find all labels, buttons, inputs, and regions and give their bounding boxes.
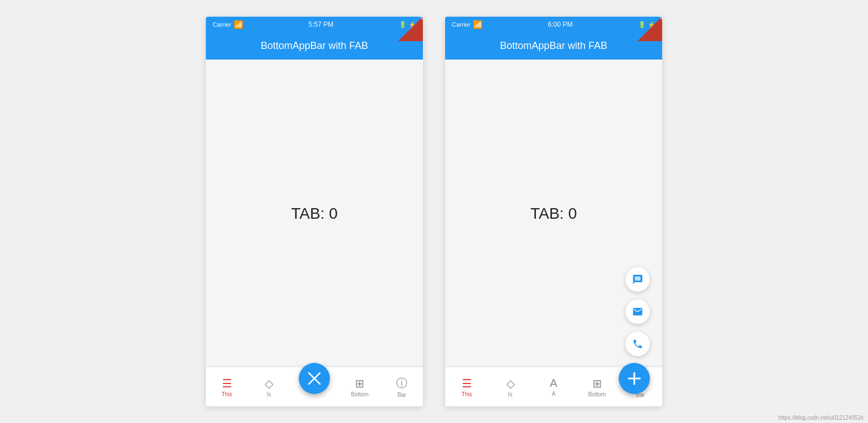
speed-dial-email[interactable] [625, 299, 650, 324]
is-label-1: Is [267, 391, 272, 397]
phone-icon [632, 338, 643, 350]
debug-text-1: JEBUG [413, 17, 423, 24]
tab-text-2: TAB: 0 [530, 205, 577, 223]
footer-url: https://blog.csdn.net/u012124052s [778, 415, 864, 421]
phone-frame-1: Carrier 📶 5:57 PM 🔋 ⚡ JEBUG BottomAppBar… [206, 17, 423, 406]
email-icon [632, 306, 643, 317]
layers-icon-2: ◇ [506, 377, 515, 390]
bar-label-1: Bar [397, 392, 406, 398]
debug-text-2: JEBUG [652, 17, 662, 24]
time-label-1: 5:57 PM [308, 21, 333, 28]
time-label-2: 6:00 PM [548, 21, 573, 28]
bottom-item-a-2[interactable]: A A [540, 377, 567, 397]
status-bar-2: Carrier 📶 6:00 PM 🔋 ⚡ JEBUG [445, 17, 662, 32]
grid-icon-2: ⊞ [593, 377, 602, 390]
status-bar-1: Carrier 📶 5:57 PM 🔋 ⚡ JEBUG [206, 17, 423, 32]
a-icon-2: A [550, 377, 557, 390]
grid-icon-1: ⊞ [355, 377, 364, 390]
fab-button-2[interactable] [619, 363, 650, 394]
info-icon-1: ⓘ [396, 376, 407, 391]
bottom-item-bottom-2[interactable]: ⊞ Bottom [584, 377, 610, 397]
phone-frame-2: Carrier 📶 6:00 PM 🔋 ⚡ JEBUG BottomAppBar… [445, 17, 662, 406]
speed-dial-chat[interactable] [625, 267, 650, 292]
debug-badge-2: JEBUG [638, 17, 662, 41]
status-left-1: Carrier 📶 [213, 20, 243, 29]
layers-icon-1: ◇ [265, 377, 273, 390]
bottom-item-bar-1[interactable]: ⓘ Bar [388, 376, 415, 398]
fab-plus-icon-2 [627, 371, 642, 386]
bottom-label-2: Bottom [588, 391, 606, 397]
carrier-label-2: Carrier [452, 21, 471, 28]
bottom-item-bottom-1[interactable]: ⊞ Bottom [347, 377, 373, 397]
bottom-label-1: Bottom [351, 391, 369, 397]
wifi-icon-1: 📶 [234, 20, 243, 29]
content-area-1: TAB: 0 [206, 60, 423, 367]
app-bar-1: BottomAppBar with FAB [206, 32, 423, 60]
tab-text-1: TAB: 0 [291, 205, 338, 223]
app-bar-2: BottomAppBar with FAB [445, 32, 662, 60]
bottom-item-is-1[interactable]: ◇ Is [255, 377, 282, 397]
this-label-2: This [462, 391, 472, 397]
app-bar-title-2: BottomAppBar with FAB [500, 40, 607, 51]
speed-dial-container [625, 267, 650, 356]
wifi-icon-2: 📶 [473, 20, 482, 29]
fab-x-icon-1 [307, 371, 322, 386]
bottom-item-is-2[interactable]: ◇ Is [497, 377, 524, 397]
bottom-item-this-2[interactable]: ☰ This [453, 377, 480, 397]
menu-icon-1: ☰ [222, 377, 232, 390]
menu-icon-2: ☰ [462, 377, 472, 390]
bottom-bar-1: ☰ This ◇ Is ⊞ Bottom ⓘ Bar [206, 367, 423, 406]
debug-badge-1: JEBUG [398, 17, 423, 41]
is-label-2: Is [508, 391, 512, 397]
page-wrapper: Carrier 📶 5:57 PM 🔋 ⚡ JEBUG BottomAppBar… [0, 6, 868, 417]
speed-dial-phone[interactable] [625, 332, 650, 356]
this-label-1: This [221, 391, 232, 397]
fab-button-1[interactable] [299, 363, 330, 394]
chat-icon [632, 274, 643, 285]
bottom-item-this-1[interactable]: ☰ This [214, 377, 240, 397]
app-bar-title-1: BottomAppBar with FAB [260, 40, 368, 51]
a-label-2: A [552, 391, 556, 397]
status-left-2: Carrier 📶 [452, 20, 482, 29]
carrier-label-1: Carrier [213, 21, 231, 28]
